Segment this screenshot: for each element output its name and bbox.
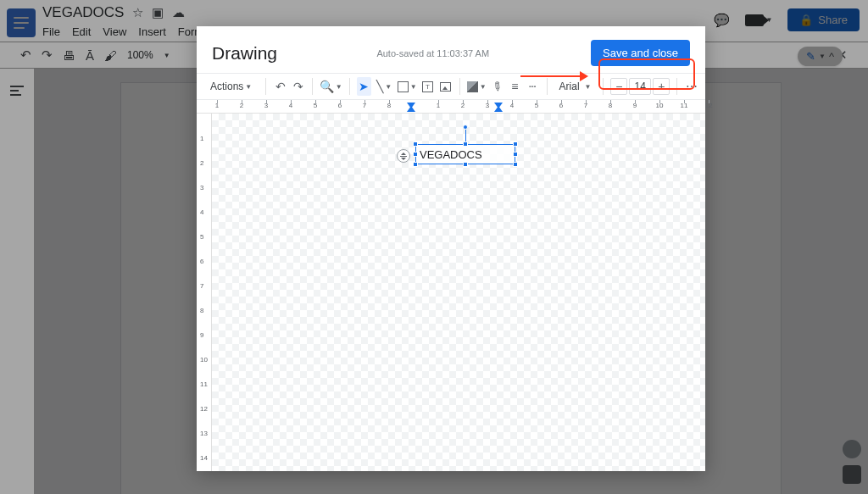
fill-color-tool[interactable]: ▼ [467,77,487,96]
select-tool[interactable]: ➤ [357,77,371,96]
actions-label: Actions [210,80,243,92]
resize-handle-se[interactable] [513,162,518,167]
ruler-tick: 2 [459,102,467,109]
font-size-decrease[interactable]: − [610,78,627,95]
ruler-tick: 4 [200,208,203,216]
more-options-icon[interactable]: ⋯ [684,77,698,96]
ruler-tick: 9 [200,331,203,339]
modal-title: Drawing [212,43,277,64]
ruler-tick: 3 [262,102,270,109]
vertical-ruler[interactable]: 1234567891011121314 [197,114,212,471]
indent-left-marker[interactable] [407,106,415,112]
ruler-tick: 2 [237,102,246,109]
ruler-tick: 5 [200,233,203,241]
ruler-tick: 11 [680,102,688,109]
line-tool[interactable]: ╲▼ [375,77,394,96]
canvas-textbox-text: VEGADOCS [420,148,482,161]
ruler-tick: 2 [200,159,203,167]
annotation-arrow [520,72,588,80]
ruler-tick: 1 [200,135,203,142]
margin-control[interactable] [397,149,410,163]
rotation-handle[interactable] [463,125,468,130]
textbox-tool[interactable]: T [420,77,435,96]
ruler-tick: 6 [200,258,203,265]
ruler-tick: 8 [385,102,393,109]
resize-handle-sw[interactable] [413,162,418,167]
ruler-tick: 6 [557,102,565,109]
ruler-tick: 6 [336,102,344,109]
autosave-status: Auto-saved at 11:03:37 AM [376,48,489,58]
drawing-canvas[interactable]: VEGADOCS [212,114,705,471]
resize-handle-n[interactable] [463,142,468,147]
resize-handle-nw[interactable] [413,142,418,147]
ruler-tick: 3 [483,102,492,109]
indent-right-marker[interactable] [494,106,503,112]
resize-handle-w[interactable] [413,152,418,157]
ruler-tick: 3 [200,184,203,191]
ruler-tick: 12 [200,405,208,413]
ruler-tick: 7 [581,102,590,109]
ruler-tick: 1 [434,102,442,109]
ruler-tick: 5 [532,102,541,109]
canvas-textbox[interactable]: VEGADOCS [415,144,515,164]
resize-handle-e[interactable] [513,152,518,157]
save-and-close-button[interactable]: Save and close [591,40,690,66]
resize-handle-ne[interactable] [513,142,518,147]
horizontal-ruler[interactable]: 87654321123456789101112 [197,100,705,114]
ruler-tick: 8 [200,307,203,314]
ruler-tick: 7 [360,102,369,109]
drawing-modal: Drawing Auto-saved at 11:03:37 AM Save a… [197,26,705,471]
font-family-select[interactable]: Arial ▼ [554,80,597,92]
resize-handle-s[interactable] [463,162,468,167]
zoom-tool[interactable]: 🔍▼ [320,77,342,96]
rotation-line [465,128,466,142]
actions-menu[interactable]: Actions ▼ [203,77,259,96]
ruler-tick: 1 [213,102,221,109]
redo-icon[interactable]: ↷ [291,77,305,96]
ruler-tick: 14 [200,454,208,462]
shape-tool[interactable]: ▼ [398,77,417,96]
font-size-value[interactable]: 14 [629,78,651,95]
ruler-tick: 7 [200,282,203,290]
undo-icon[interactable]: ↶ [273,77,287,96]
ruler-tick: 12 [704,102,713,109]
font-family-label: Arial [559,80,580,92]
ruler-tick: 4 [287,102,295,109]
ruler-tick: 5 [311,102,320,109]
ruler-tick: 10 [655,102,664,109]
ruler-tick: 13 [200,430,208,437]
image-tool[interactable] [438,77,453,96]
ruler-tick: 9 [631,102,639,109]
ruler-tick: 8 [606,102,615,109]
drawing-toolbar: Actions ▼ ↶ ↷ 🔍▼ ➤ ╲▼ ▼ T ▼ ✎ ≡ ┄ Arial … [197,73,705,100]
ruler-tick: 11 [200,380,208,388]
ruler-tick: 4 [508,102,516,109]
ruler-tick: 10 [200,356,208,364]
border-color-tool[interactable]: ✎ [486,75,509,98]
font-size-increase[interactable]: + [653,78,670,95]
